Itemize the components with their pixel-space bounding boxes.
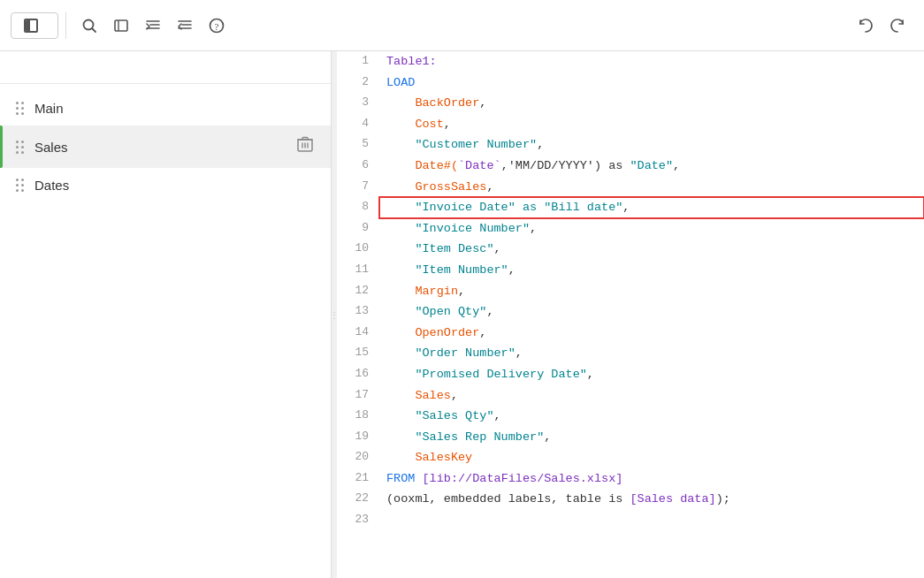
code-row: 8 "Invoice Date" as "Bill date",: [337, 197, 924, 218]
line-number: 13: [337, 301, 379, 323]
indent-decrease-icon[interactable]: [169, 10, 201, 42]
code-token: ,: [508, 263, 515, 277]
code-line[interactable]: Cost,: [379, 114, 924, 135]
line-number: 3: [337, 93, 379, 114]
code-line[interactable]: [379, 510, 924, 530]
code-token: ,: [451, 389, 458, 402]
code-token: Margin: [386, 285, 458, 298]
code-line[interactable]: Sales,: [379, 385, 924, 407]
line-number: 15: [337, 343, 379, 364]
code-line[interactable]: Date#(`Date`,'MM/DD/YYYY') as "Date",: [379, 156, 924, 177]
code-line[interactable]: BackOrder,: [379, 93, 924, 114]
code-row: 20 SalesKey: [337, 447, 924, 468]
code-token: "Item Number": [415, 263, 508, 277]
line-number: 1: [337, 51, 379, 72]
add-section-button[interactable]: [302, 65, 313, 69]
code-line[interactable]: Margin,: [379, 281, 924, 302]
code-line[interactable]: OpenOrder,: [379, 323, 924, 344]
code-row: 7 GrossSales,: [337, 177, 924, 198]
code-line[interactable]: FROM [lib://DataFiles/Sales.xlsx]: [379, 468, 924, 490]
code-token: );: [716, 492, 730, 506]
code-token: "Customer Number": [415, 138, 537, 151]
code-row: 6 Date#(`Date`,'MM/DD/YYYY') as "Date",: [337, 156, 924, 177]
code-row: 13 "Open Qty",: [337, 301, 924, 323]
sidebar-header: [0, 51, 331, 84]
code-token: "Date": [630, 159, 673, 172]
code-line[interactable]: (ooxml, embedded labels, table is [Sales…: [379, 489, 924, 510]
line-number: 22: [337, 489, 379, 510]
code-token: [386, 409, 415, 422]
undo-button[interactable]: [850, 10, 882, 42]
sidebar-item-sales-label: Sales: [34, 140, 285, 155]
code-token: ,: [622, 201, 630, 214]
code-token: GrossSales: [386, 180, 486, 194]
code-token: ,: [515, 346, 523, 360]
editor-area[interactable]: 1Table1:2LOAD3 BackOrder,4 Cost,5 "Custo…: [337, 51, 924, 578]
code-line[interactable]: Table1:: [379, 51, 924, 72]
code-token: [386, 368, 415, 381]
search-icon[interactable]: [73, 10, 105, 42]
sidebar-items-list: Main Sales: [0, 84, 331, 209]
line-number: 12: [337, 281, 379, 302]
code-line[interactable]: "Sales Qty",: [379, 406, 924, 427]
code-token: [386, 430, 415, 444]
sections-button[interactable]: [11, 12, 58, 39]
line-number: 6: [337, 156, 379, 177]
code-line[interactable]: "Item Desc",: [379, 239, 924, 260]
code-row: 3 BackOrder,: [337, 93, 924, 114]
code-line[interactable]: "Invoice Number",: [379, 218, 924, 240]
code-line[interactable]: "Item Number",: [379, 260, 924, 281]
code-token: "Promised Delivery Date": [415, 368, 586, 381]
sidebar-item-main[interactable]: Main: [0, 91, 331, 125]
code-line[interactable]: "Sales Rep Number",: [379, 427, 924, 448]
code-row: 2LOAD: [337, 72, 924, 94]
code-token: SalesKey: [386, 451, 472, 464]
code-line[interactable]: "Order Number",: [379, 343, 924, 364]
code-token: "Sales Qty": [415, 409, 493, 422]
code-token: "Order Number": [415, 346, 515, 360]
sidebar-item-sales[interactable]: Sales: [0, 125, 331, 168]
code-token: ,: [537, 138, 544, 151]
active-indicator: [0, 125, 3, 168]
indent-increase-icon[interactable]: [137, 10, 169, 42]
code-token: "Sales Rep Number": [415, 430, 544, 444]
line-number: 5: [337, 134, 379, 156]
delete-section-button[interactable]: [294, 134, 317, 159]
code-line[interactable]: "Promised Delivery Date",: [379, 364, 924, 385]
sidebar-item-dates[interactable]: Dates: [0, 168, 331, 202]
line-number: 4: [337, 114, 379, 135]
code-token: [lib://DataFiles/Sales.xlsx]: [423, 472, 623, 485]
code-line[interactable]: LOAD: [379, 72, 924, 94]
line-number: 8: [337, 197, 379, 218]
code-block-icon[interactable]: [105, 10, 137, 42]
line-number: 16: [337, 364, 379, 385]
code-token: ,: [486, 180, 493, 194]
code-token: ,: [479, 326, 486, 339]
code-row: 12 Margin,: [337, 281, 924, 302]
code-token: Table1:: [386, 55, 437, 68]
code-token: BackOrder: [386, 96, 479, 110]
help-icon[interactable]: ?: [201, 10, 233, 42]
drag-handle-main[interactable]: [14, 100, 26, 117]
code-token: "Open Qty": [415, 305, 486, 318]
main-area: Main Sales: [0, 51, 924, 578]
drag-handle-dates[interactable]: [14, 177, 26, 194]
toolbar-divider: [65, 12, 66, 39]
code-token: Sales: [386, 389, 451, 402]
code-row: 23: [337, 510, 924, 530]
code-line[interactable]: GrossSales,: [379, 177, 924, 198]
code-line[interactable]: "Invoice Date" as "Bill date",: [379, 197, 924, 218]
redo-button[interactable]: [882, 10, 913, 42]
svg-point-0: [84, 19, 94, 29]
sidebar-item-dates-label: Dates: [34, 178, 317, 193]
code-line[interactable]: "Customer Number",: [379, 134, 924, 156]
code-token: [386, 346, 415, 360]
drag-handle-sales[interactable]: [14, 139, 26, 156]
code-line[interactable]: "Open Qty",: [379, 301, 924, 323]
code-token: (ooxml, embedded labels, table is: [386, 492, 630, 506]
code-token: ,'MM/DD/YYYY') as: [501, 159, 630, 172]
code-row: 21FROM [lib://DataFiles/Sales.xlsx]: [337, 468, 924, 490]
line-number: 17: [337, 385, 379, 407]
code-token: ,: [494, 242, 501, 255]
code-line[interactable]: SalesKey: [379, 447, 924, 468]
